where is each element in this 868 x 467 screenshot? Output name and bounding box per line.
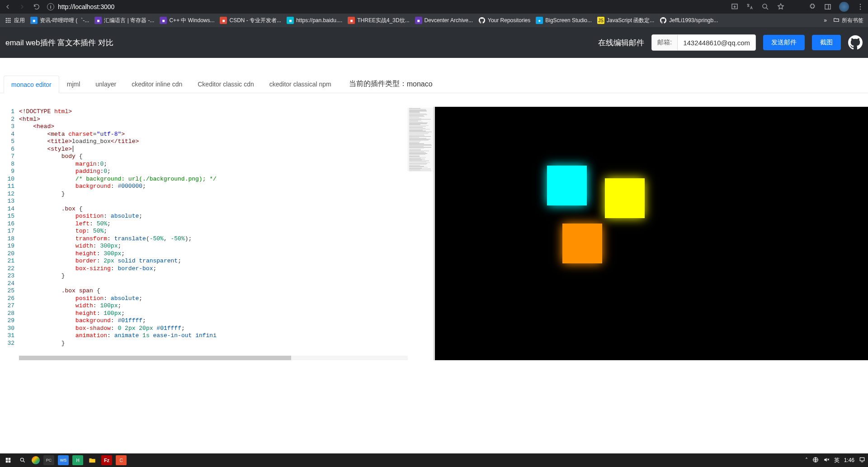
bookmark-label: Your Repositories xyxy=(488,17,530,24)
code-editor[interactable]: 1234567891011121314151617181920212223242… xyxy=(0,107,433,360)
all-bookmarks-button[interactable]: 所有书签 xyxy=(833,17,863,24)
svg-point-5 xyxy=(860,6,861,7)
app-title: email web插件 富文本插件 对比 xyxy=(5,38,113,48)
bookmark-item[interactable]: ■汇编语言 | 寄存器 -... xyxy=(94,17,154,24)
bookmark-star-icon[interactable] xyxy=(777,3,785,11)
tabs-row: monaco editormjmlunlayerckeditor inline … xyxy=(0,75,868,93)
screenshot-button[interactable]: 截图 xyxy=(812,35,841,50)
folder-icon xyxy=(833,17,840,24)
editor-panel: 1234567891011121314151617181920212223242… xyxy=(0,107,435,360)
bookmark-label: JavaScript 函数定... xyxy=(607,17,654,24)
bookmark-favicon: ■ xyxy=(30,17,38,24)
bookmark-label: 汇编语言 | 寄存器 -... xyxy=(104,17,154,24)
svg-rect-7 xyxy=(6,18,7,19)
code-area[interactable]: <!DOCTYPE html><html> <head> <meta chars… xyxy=(19,107,433,360)
zoom-icon[interactable] xyxy=(761,3,769,11)
main-split: 1234567891011121314151617181920212223242… xyxy=(0,107,868,360)
edit-title: 在线编辑邮件 xyxy=(598,38,644,48)
bookmarks-overflow-icon[interactable]: » xyxy=(824,17,827,24)
bookmark-label: Devcenter Archive... xyxy=(425,17,473,24)
bookmark-item[interactable]: JeffLi1993/springb... xyxy=(660,17,718,24)
url-text: http://localhost:3000 xyxy=(58,3,114,10)
bookmark-favicon: ■ xyxy=(94,17,102,24)
bookmark-favicon xyxy=(660,17,667,24)
svg-rect-10 xyxy=(6,20,7,21)
bookmark-item[interactable]: ■CSDN - 专业开发者... xyxy=(220,17,281,24)
preview-cube-orange xyxy=(562,224,602,263)
bookmarks-bar: 应用 ■资讯-哔哩哔哩 (゜-...■汇编语言 | 寄存器 -...■C++ 中… xyxy=(0,14,868,27)
svg-rect-13 xyxy=(6,22,7,23)
tab-Ckeditor-classic-cdn[interactable]: Ckeditor classic cdn xyxy=(190,75,262,93)
svg-rect-2 xyxy=(825,5,830,10)
bookmark-item[interactable]: Your Repositories xyxy=(478,17,530,24)
bookmark-favicon: ■ xyxy=(348,17,355,24)
app-header: email web插件 富文本插件 对比 在线编辑邮件 邮箱: 14324486… xyxy=(0,27,868,58)
preview-cube-cyan xyxy=(547,166,587,205)
bookmark-label: https://pan.baidu.... xyxy=(296,17,342,24)
svg-point-4 xyxy=(860,4,861,5)
site-info-icon[interactable]: i xyxy=(47,3,54,10)
bookmark-item[interactable]: JSJavaScript 函数定... xyxy=(597,17,654,24)
bookmark-favicon: ■ xyxy=(160,17,167,24)
reload-icon[interactable] xyxy=(33,3,41,11)
address-bar[interactable]: i http://localhost:3000 xyxy=(47,3,114,10)
bookmark-item[interactable]: ■THREE实战4_3D纹... xyxy=(348,17,409,24)
profile-avatar[interactable] xyxy=(839,2,849,12)
bookmark-label: CSDN - 专业开发者... xyxy=(229,17,281,24)
bookmark-favicon: JS xyxy=(597,17,604,24)
tab-unlayer[interactable]: unlayer xyxy=(88,75,124,93)
bookmark-favicon: ■ xyxy=(220,17,227,24)
install-icon[interactable] xyxy=(731,3,739,11)
sidepanel-icon[interactable] xyxy=(824,3,832,11)
apps-grid-icon xyxy=(5,17,12,24)
preview-cube-yellow xyxy=(605,178,645,218)
line-gutter: 1234567891011121314151617181920212223242… xyxy=(0,107,19,360)
bookmark-favicon: ● xyxy=(536,17,543,24)
svg-rect-14 xyxy=(8,22,9,23)
svg-rect-15 xyxy=(9,22,10,23)
apps-button[interactable]: 应用 xyxy=(5,17,25,24)
bookmark-label: BigScreen Studio... xyxy=(545,17,592,24)
bookmark-favicon: ■ xyxy=(287,17,294,24)
preview-panel xyxy=(435,107,868,360)
plugin-type-label: 当前的插件类型：monaco xyxy=(343,75,439,93)
svg-point-1 xyxy=(763,4,767,8)
menu-icon[interactable] xyxy=(856,3,864,11)
back-icon[interactable] xyxy=(4,3,12,11)
bookmark-label: 资讯-哔哩哔哩 (゜-... xyxy=(40,17,89,24)
svg-rect-9 xyxy=(9,18,10,19)
bookmark-item[interactable]: ●BigScreen Studio... xyxy=(536,17,592,24)
svg-rect-11 xyxy=(8,20,9,21)
send-email-button[interactable]: 发送邮件 xyxy=(763,35,805,50)
bookmark-item[interactable]: ■C++ 中 Windows... xyxy=(160,17,214,24)
bookmark-item[interactable]: ■资讯-哔哩哔哩 (゜-... xyxy=(30,17,89,24)
bookmark-label: C++ 中 Windows... xyxy=(169,17,214,24)
svg-rect-8 xyxy=(8,18,9,19)
bookmark-item[interactable]: ■https://pan.baidu.... xyxy=(287,17,342,24)
svg-rect-12 xyxy=(9,20,10,21)
tab-ckeditor-classical-npm[interactable]: ckeditor classical npm xyxy=(262,75,339,93)
bookmark-label: JeffLi1993/springb... xyxy=(669,17,718,24)
forward-icon[interactable] xyxy=(18,3,26,11)
tab-ckeditor-inline-cdn[interactable]: ckeditor inline cdn xyxy=(124,75,190,93)
browser-toolbar: i http://localhost:3000 xyxy=(0,0,868,14)
email-input[interactable]: 1432448610@qq.com xyxy=(678,35,755,50)
bookmark-label: THREE实战4_3D纹... xyxy=(357,17,409,24)
translate-icon[interactable] xyxy=(746,3,754,11)
bookmark-item[interactable]: ■Devcenter Archive... xyxy=(415,17,473,24)
tab-mjml[interactable]: mjml xyxy=(59,75,88,93)
apps-label: 应用 xyxy=(14,17,25,24)
bookmark-favicon xyxy=(478,17,486,24)
horizontal-scrollbar[interactable] xyxy=(19,356,408,360)
extensions-icon[interactable] xyxy=(808,3,816,11)
minimap[interactable] xyxy=(408,108,433,171)
email-label: 邮箱: xyxy=(652,35,678,50)
github-icon[interactable] xyxy=(848,35,863,50)
tab-monaco-editor[interactable]: monaco editor xyxy=(4,76,59,93)
bookmark-favicon: ■ xyxy=(415,17,422,24)
all-bookmarks-label: 所有书签 xyxy=(842,17,863,24)
email-input-group: 邮箱: 1432448610@qq.com xyxy=(651,34,756,51)
svg-point-6 xyxy=(860,9,861,10)
